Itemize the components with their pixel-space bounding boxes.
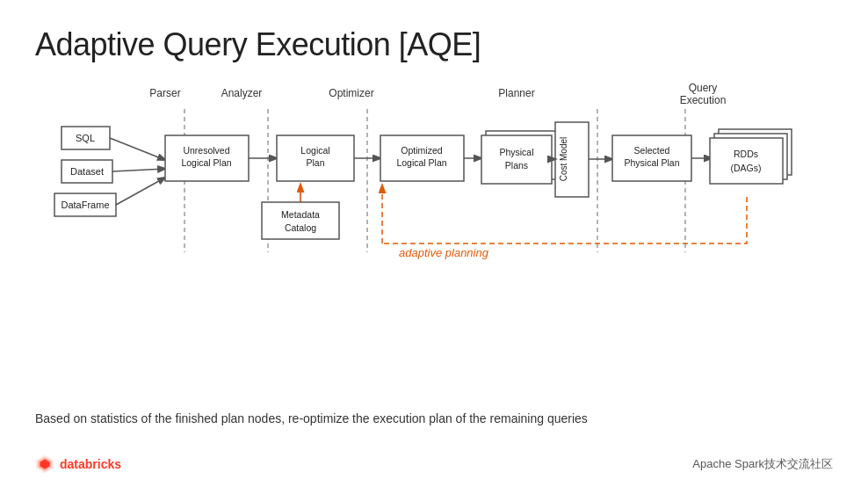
query-exec-label: Query: [689, 82, 718, 94]
optimizer-label: Optimizer: [329, 87, 373, 99]
dataset-text: Dataset: [70, 166, 104, 177]
footer: databricks Apache Spark技术交流社区: [35, 454, 833, 474]
databricks-logo: databricks: [35, 454, 121, 474]
apache-spark-community: Apache Spark技术交流社区: [692, 457, 833, 470]
bottom-text: Based on statistics of the finished plan…: [35, 411, 588, 425]
databricks-text: databricks: [60, 457, 121, 471]
arrow-sql: [110, 138, 165, 160]
diagram-svg: Parser Analyzer Optimizer Planner Query …: [35, 81, 833, 292]
sql-text: SQL: [76, 133, 95, 143]
arrow-dataframe: [116, 178, 165, 205]
planner-label: Planner: [498, 87, 534, 99]
databricks-icon: [35, 454, 54, 474]
metadata-box: [262, 202, 339, 239]
selected-text2: Physical Plan: [624, 157, 679, 168]
rdds-text2: (DAGs): [731, 163, 762, 173]
rdds-text1: RDDs: [734, 149, 758, 159]
adaptive-label: adaptive planning: [399, 246, 489, 259]
selected-text1: Selected: [634, 145, 670, 156]
cost-text1: Cost Model: [559, 137, 568, 182]
physical-text1: Physical: [499, 147, 533, 157]
logical-text1: Logical: [300, 145, 329, 156]
physical-text2: Plans: [505, 160, 528, 171]
unresolved-text1: Unresolved: [183, 145, 229, 156]
optimized-text2: Logical Plan: [396, 157, 446, 168]
slide-title: Adaptive Query Execution [AQE]: [35, 26, 833, 63]
dataframe-text: DataFrame: [61, 200, 109, 210]
diagram-area: Parser Analyzer Optimizer Planner Query …: [35, 81, 833, 292]
apache-spark-text: Apache Spark技术交流社区: [692, 456, 833, 472]
parser-label: Parser: [149, 87, 180, 99]
optimized-text1: Optimized: [401, 145, 442, 156]
slide: Adaptive Query Execution [AQE] Parser An…: [0, 0, 868, 487]
metadata-text1: Metadata: [281, 209, 320, 220]
analyzer-label: Analyzer: [221, 87, 263, 99]
arrow-dataset: [112, 169, 165, 171]
adaptive-line-bottom: [382, 197, 747, 243]
metadata-text2: Catalog: [285, 222, 316, 233]
unresolved-text2: Logical Plan: [181, 157, 231, 168]
rdds-box: [710, 138, 783, 184]
query-exec-label2: Execution: [680, 94, 727, 106]
logical-text2: Plan: [306, 157, 324, 168]
